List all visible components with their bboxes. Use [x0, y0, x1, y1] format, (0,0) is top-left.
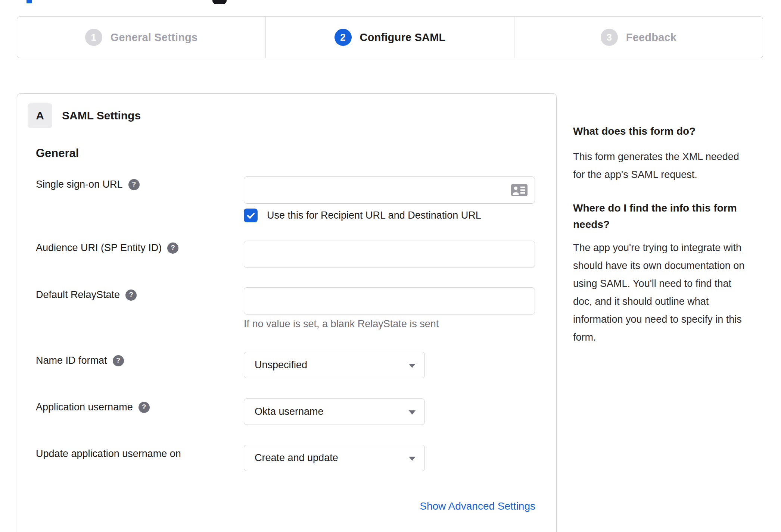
section-a-badge: A [28, 103, 52, 128]
sso-url-input[interactable] [244, 176, 535, 204]
audience-uri-label: Audience URI (SP Entity ID) [36, 242, 162, 254]
help-answer-2: The app you're trying to integrate with … [573, 239, 770, 346]
name-id-format-value: Unspecified [255, 359, 307, 371]
wizard-stepper: 1 General Settings 2 Configure SAML 3 Fe… [17, 16, 763, 58]
app-username-help-icon[interactable]: ? [139, 402, 150, 413]
audience-uri-help-icon[interactable]: ? [167, 242, 178, 254]
help-question-2: Where do I find the info this form needs… [573, 200, 770, 233]
step-1-label: General Settings [111, 31, 198, 44]
contact-card-icon[interactable] [511, 184, 528, 196]
relay-state-help-icon[interactable]: ? [125, 290, 137, 301]
update-app-username-select[interactable]: Create and update [244, 445, 425, 471]
step-1-circle: 1 [85, 29, 102, 46]
relay-state-input[interactable] [244, 287, 535, 314]
name-id-format-help-icon[interactable]: ? [113, 355, 124, 366]
step-feedback: 3 Feedback [514, 17, 763, 58]
step-2-label: Configure SAML [360, 31, 446, 44]
configure-saml-page: 1 General Settings 2 Configure SAML 3 Fe… [0, 0, 781, 532]
app-username-label: Application username [36, 401, 133, 413]
card-header: A SAML Settings [28, 103, 141, 128]
show-advanced-settings-link[interactable]: Show Advanced Settings [420, 500, 535, 512]
help-sidebar: What does this form do? This form genera… [573, 123, 770, 346]
chevron-down-icon [409, 364, 416, 368]
sso-url-label-row: Single sign-on URL ? [36, 179, 140, 190]
saml-settings-card: A SAML Settings General Single sign-on U… [17, 93, 557, 532]
chevron-down-icon [409, 457, 416, 461]
audience-uri-input[interactable] [244, 241, 535, 268]
recipient-url-checkbox[interactable] [244, 209, 258, 222]
recipient-url-checkbox-label[interactable]: Use this for Recipient URL and Destinati… [267, 210, 481, 221]
audience-uri-label-row: Audience URI (SP Entity ID) ? [36, 242, 178, 254]
step-3-circle: 3 [601, 29, 618, 46]
sso-url-label: Single sign-on URL [36, 179, 123, 190]
recipient-url-checkbox-row: Use this for Recipient URL and Destinati… [244, 209, 481, 222]
checkmark-icon [246, 211, 255, 220]
name-id-format-label-row: Name ID format ? [36, 355, 124, 366]
relay-state-label-row: Default RelayState ? [36, 289, 137, 301]
section-title: SAML Settings [62, 109, 141, 122]
update-app-username-label: Update application username on [36, 448, 181, 460]
clipped-app-logo-fragment [212, 0, 227, 4]
app-username-label-row: Application username ? [36, 401, 150, 413]
step-general-settings: 1 General Settings [17, 17, 265, 58]
clipped-blue-tab-fragment [27, 0, 32, 3]
help-question-1: What does this form do? [573, 123, 770, 140]
update-app-username-value: Create and update [255, 452, 338, 464]
step-2-circle: 2 [335, 29, 352, 46]
relay-state-helper-text: If no value is set, a blank RelayState i… [244, 318, 439, 330]
update-app-username-label-row: Update application username on [36, 448, 181, 460]
general-group-title: General [36, 147, 79, 160]
chevron-down-icon [409, 410, 416, 414]
name-id-format-select[interactable]: Unspecified [244, 352, 425, 378]
step-configure-saml: 2 Configure SAML [265, 17, 514, 58]
app-username-value: Okta username [255, 406, 324, 417]
help-answer-1: This form generates the XML needed for t… [573, 148, 770, 184]
relay-state-label: Default RelayState [36, 289, 120, 301]
name-id-format-label: Name ID format [36, 355, 107, 366]
sso-url-input-wrap [244, 176, 535, 204]
step-3-label: Feedback [626, 31, 676, 44]
sso-url-help-icon[interactable]: ? [128, 179, 140, 190]
app-username-select[interactable]: Okta username [244, 398, 425, 425]
